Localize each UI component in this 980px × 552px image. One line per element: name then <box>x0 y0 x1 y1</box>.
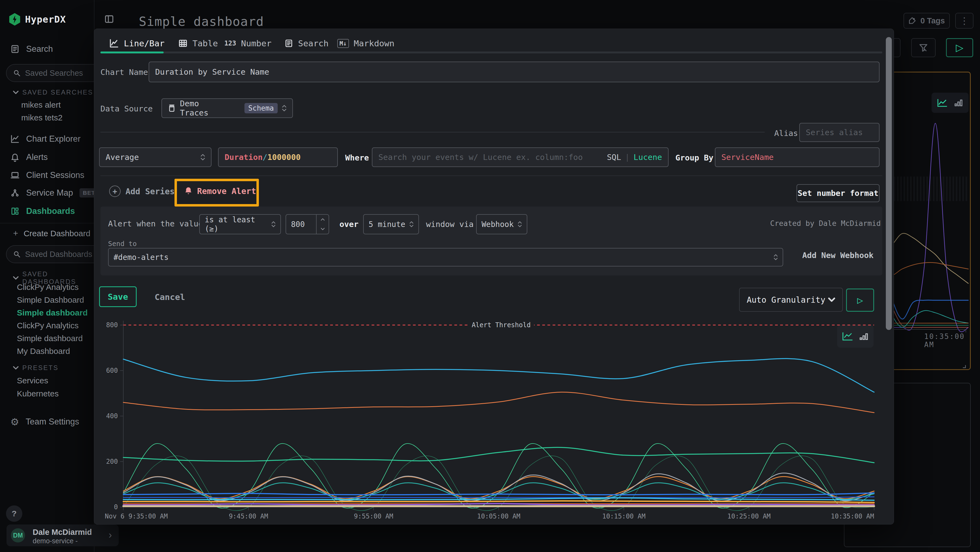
tab-line-bar[interactable]: Line/Bar <box>109 37 164 50</box>
modal-scrollbar[interactable] <box>886 37 892 330</box>
table-tab-icon <box>178 39 188 48</box>
chevron-right-icon: › <box>109 530 112 541</box>
chart-name-input[interactable]: Duration by Service Name <box>149 62 880 82</box>
where-search-input[interactable]: Search your events w/ Lucene ex. column:… <box>372 147 668 167</box>
cancel-button[interactable]: Cancel <box>154 292 185 302</box>
tab-table[interactable]: Table <box>178 37 218 50</box>
sidebar-item-client-sessions[interactable]: Client Sessions <box>0 166 94 184</box>
brand[interactable]: HyperDX <box>9 13 66 26</box>
alert-threshold-input[interactable]: 800 <box>286 214 329 234</box>
alert-config-panel: Alert when the value is at least (≥) 800… <box>100 206 882 276</box>
alert-prefix-label: Alert when the value <box>108 219 203 228</box>
alert-condition-select[interactable]: is at least (≥) <box>199 214 281 234</box>
select-chevrons-icon <box>518 221 522 227</box>
sidebar-item-search[interactable]: Search <box>0 40 94 58</box>
presets-header[interactable]: PRESETS <box>13 364 59 372</box>
webhook-select[interactable]: #demo-alerts <box>108 248 783 266</box>
line-chart-icon[interactable] <box>937 98 948 107</box>
hyperdx-logo-icon <box>9 13 20 26</box>
data-source-select[interactable]: Demo Traces Schema <box>161 98 293 118</box>
set-number-format-button[interactable]: Set number format <box>797 184 880 202</box>
granularity-select[interactable]: Auto Granularity <box>739 288 843 312</box>
tags-label: 0 Tags <box>920 16 945 26</box>
saved-dashboards-input[interactable]: Saved Dashboards <box>6 245 104 263</box>
tags-button[interactable]: 0 Tags <box>904 13 950 29</box>
tab-markdown[interactable]: M↓ Markdown <box>337 37 395 50</box>
tag-icon <box>908 17 916 25</box>
saved-dashboard-item[interactable]: My Dashboard <box>17 346 70 356</box>
saved-searches-input[interactable]: Saved Searches <box>6 64 104 82</box>
number-stepper[interactable] <box>316 215 329 234</box>
chevron-down-icon <box>13 276 19 280</box>
chevron-down-icon <box>13 91 19 94</box>
remove-alert-button[interactable]: Remove Alert <box>184 187 256 196</box>
select-chevrons-icon <box>409 221 414 227</box>
save-button[interactable]: Save <box>99 286 137 307</box>
sidebar-item-label: Search <box>26 44 53 54</box>
line-bar-tab-icon <box>109 39 119 48</box>
alias-input[interactable]: Series alias <box>799 123 880 142</box>
sql-toggle[interactable]: SQL <box>607 153 621 162</box>
sidebar-item-team-settings[interactable]: ⚙ Team Settings <box>0 413 94 431</box>
kebab-menu-button[interactable]: ⋮ <box>955 13 974 29</box>
saved-dashboard-item[interactable]: Simple Dashboard <box>17 295 84 305</box>
y-axis-tick: 0 <box>114 503 118 511</box>
select-chevrons-icon <box>200 154 205 161</box>
bell-icon <box>10 153 20 162</box>
tab-search[interactable]: Search <box>285 37 329 50</box>
sidebar-collapse-button[interactable] <box>104 14 114 24</box>
saved-dashboard-item-active[interactable]: Simple dashboard <box>17 308 88 317</box>
x-axis-label: 10:05:00 AM <box>477 512 520 520</box>
sidebar-divider <box>0 223 94 223</box>
create-dashboard-button[interactable]: + Create Dashboard <box>13 228 91 238</box>
saved-dashboard-item[interactable]: ClickPy Analytics <box>17 282 79 292</box>
edit-chart-modal: Line/Bar Table 123 Number Search M↓ Mark… <box>94 29 894 525</box>
field-expression-input[interactable]: Duration/1000000 <box>218 147 338 167</box>
run-query-button[interactable]: ▷ <box>946 38 973 57</box>
add-new-webhook-button[interactable]: Add New Webhook <box>802 250 873 260</box>
preview-chart: 0 200 400 600 800 Nov 6 9:35:00 AM 9:45:… <box>100 316 882 522</box>
laptop-icon <box>10 171 20 180</box>
created-by-label: Created by Dale McDiarmid <box>770 219 881 228</box>
sidebar-item-alerts[interactable]: Alerts <box>0 148 94 166</box>
kebab-icon: ⋮ <box>960 15 969 26</box>
x-axis-label: Nov 6 9:35:00 AM <box>105 512 168 520</box>
sidebar-item-dashboards[interactable]: Dashboards <box>0 203 94 220</box>
preset-item[interactable]: Kubernetes <box>17 389 59 398</box>
aggregation-select[interactable]: Average <box>99 147 212 167</box>
group-by-input[interactable]: ServiceName <box>715 147 880 167</box>
schema-badge[interactable]: Schema <box>245 103 278 113</box>
add-series-button[interactable]: + Add Series <box>109 185 175 197</box>
user-org: demo-service - <box>33 537 78 545</box>
alert-channel-select[interactable]: Webhook <box>476 214 527 234</box>
sidebar-item-chart-explorer[interactable]: Chart Explorer <box>0 130 94 148</box>
background-chart-type-toggle[interactable] <box>932 93 969 113</box>
saved-dashboard-item[interactable]: Simple dashboard <box>17 334 83 343</box>
help-button[interactable]: ? <box>6 506 22 522</box>
saved-searches-header[interactable]: SAVED SEARCHES <box>13 89 93 96</box>
alert-window-select[interactable]: 5 minute <box>363 214 419 234</box>
saved-search-item[interactable]: mikes tets2 <box>21 113 63 122</box>
tab-number[interactable]: 123 Number <box>224 37 271 50</box>
tile-resize-handle[interactable] <box>959 362 967 369</box>
background-chart-time-label: 10:35:00 AM <box>924 332 980 349</box>
saved-dashboard-item[interactable]: ClickPy Analytics <box>17 321 79 330</box>
search-tab-icon <box>285 39 293 48</box>
alias-label: Alias <box>774 129 798 138</box>
run-chart-button[interactable]: ▷ <box>846 289 874 312</box>
bar-chart-icon[interactable] <box>954 98 963 107</box>
active-tab-indicator <box>100 51 164 53</box>
gear-icon: ⚙ <box>10 416 19 428</box>
dashboards-icon <box>10 206 20 216</box>
user-menu[interactable]: DM Dale McDiarmid demo-service - › <box>6 525 119 546</box>
sidebar-item-service-map[interactable]: Service Map BETA <box>0 184 94 202</box>
preset-item[interactable]: Services <box>17 376 48 385</box>
y-axis-tick: 800 <box>106 321 118 329</box>
saved-search-item[interactable]: mikes alert <box>21 100 61 110</box>
select-chevrons-icon <box>271 221 275 227</box>
data-source-label: Data Source <box>100 104 153 113</box>
where-label: Where <box>345 153 369 163</box>
filter-button[interactable] <box>911 38 935 57</box>
lucene-toggle[interactable]: Lucene <box>633 153 662 162</box>
filter-icon <box>919 43 928 52</box>
